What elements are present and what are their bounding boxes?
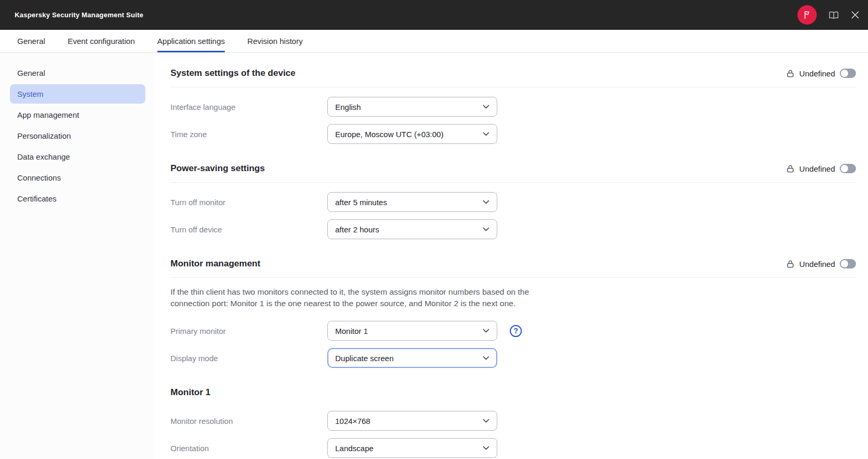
tab-revision-history[interactable]: Revision history — [247, 30, 303, 52]
section-power-saving: Power-saving settings Undefined Turn off… — [170, 162, 856, 239]
field-row: Turn off monitor after 5 minutes — [170, 192, 856, 212]
section-title: Monitor management — [170, 259, 260, 269]
field-row: Monitor resolution 1024×768 — [170, 411, 856, 431]
time-zone-dropdown[interactable]: Europe, Moscow UTC (+03:00) — [327, 124, 497, 144]
window-titlebar: Kaspersky Security Management Suite — [0, 0, 868, 30]
app-title: Kaspersky Security Management Suite — [15, 11, 143, 19]
section-monitor-management: Monitor management Undefined If the thin… — [170, 257, 856, 368]
field-label: Primary monitor — [170, 327, 327, 335]
dropdown-value: 1024×768 — [335, 417, 370, 426]
sidebar-item-system[interactable]: System — [10, 84, 145, 104]
chevron-down-icon — [483, 227, 489, 231]
section-system-settings: System settings of the device Undefined … — [170, 66, 856, 144]
titlebar-actions — [797, 5, 860, 25]
override-label: Undefined — [800, 164, 835, 173]
field-label: Time zone — [170, 130, 327, 139]
chevron-down-icon — [483, 105, 489, 109]
monitor-management-description: If the thin client has two monitors conn… — [170, 286, 536, 309]
chevron-down-icon — [483, 419, 489, 423]
undefined-toggle-system-settings[interactable] — [840, 69, 856, 78]
sidebar-item-certificates[interactable]: Certificates — [10, 189, 145, 208]
chevron-down-icon — [483, 356, 489, 360]
turn-off-monitor-dropdown[interactable]: after 5 minutes — [327, 192, 497, 212]
unlock-icon — [786, 164, 795, 173]
primary-monitor-dropdown[interactable]: Monitor 1 — [327, 321, 497, 341]
field-label: Turn off monitor — [170, 198, 327, 207]
settings-tabbar: General Event configuration Application … — [0, 30, 868, 53]
field-row: Primary monitor Monitor 1 ? — [170, 321, 856, 341]
dropdown-value: after 5 minutes — [335, 198, 387, 207]
close-button[interactable] — [851, 10, 860, 19]
field-label: Monitor resolution — [170, 417, 327, 426]
chevron-down-icon — [483, 446, 489, 450]
close-icon — [851, 10, 860, 19]
dropdown-value: Duplicate screen — [335, 354, 394, 363]
override-label: Undefined — [800, 260, 835, 268]
undefined-toggle-monitor-management[interactable] — [840, 259, 856, 268]
dropdown-value: English — [335, 103, 361, 111]
field-row: Display mode Duplicate screen — [170, 348, 856, 368]
sidebar-item-connections[interactable]: Connections — [10, 168, 145, 187]
override-label: Undefined — [800, 69, 835, 78]
unlock-icon — [786, 69, 795, 78]
field-label: Display mode — [170, 354, 327, 363]
sidebar-item-personalization[interactable]: Personalization — [10, 126, 145, 145]
orientation-dropdown[interactable]: Landscape — [327, 438, 497, 458]
unlock-icon — [786, 260, 795, 268]
enforcement-control: Undefined — [786, 164, 856, 173]
section-divider — [170, 87, 856, 87]
field-row: Orientation Landscape — [170, 438, 856, 458]
section-title: Monitor 1 — [170, 387, 211, 398]
sidebar-item-data-exchange[interactable]: Data exchange — [10, 147, 145, 166]
field-row: Turn off device after 2 hours — [170, 219, 856, 239]
dropdown-value: Monitor 1 — [335, 327, 368, 335]
section-title: Power-saving settings — [170, 163, 265, 174]
chevron-down-icon — [483, 329, 489, 333]
section-divider — [170, 277, 856, 278]
field-row: Interface language English — [170, 97, 856, 117]
help-icon: ? — [513, 327, 518, 334]
sidebar-item-general[interactable]: General — [10, 63, 145, 83]
tab-event-configuration[interactable]: Event configuration — [67, 30, 134, 52]
enforcement-control: Undefined — [786, 259, 856, 268]
section-divider — [170, 182, 856, 183]
field-label: Turn off device — [170, 225, 327, 234]
flag-icon — [802, 10, 812, 20]
turn-off-device-dropdown[interactable]: after 2 hours — [327, 219, 497, 239]
section-title: System settings of the device — [170, 68, 295, 79]
notifications-flag-button[interactable] — [797, 5, 817, 25]
settings-sidebar: General System App management Personaliz… — [0, 53, 155, 459]
book-icon — [828, 10, 839, 20]
chevron-down-icon — [483, 200, 489, 204]
settings-content: System settings of the device Undefined … — [155, 53, 868, 459]
tab-general[interactable]: General — [17, 30, 45, 52]
chevron-down-icon — [483, 132, 489, 136]
dropdown-value: after 2 hours — [335, 225, 379, 234]
enforcement-control: Undefined — [786, 69, 856, 78]
field-label: Orientation — [170, 444, 327, 453]
field-row: Time zone Europe, Moscow UTC (+03:00) — [170, 124, 856, 144]
tab-application-settings[interactable]: Application settings — [157, 30, 225, 52]
dropdown-value: Landscape — [335, 444, 373, 453]
field-label: Interface language — [170, 103, 327, 111]
undefined-toggle-power-saving[interactable] — [840, 164, 856, 173]
sidebar-item-app-management[interactable]: App management — [10, 105, 145, 125]
section-monitor-1: Monitor 1 Monitor resolution 1024×768 Or… — [170, 386, 856, 458]
help-manual-button[interactable] — [828, 10, 839, 20]
display-mode-dropdown[interactable]: Duplicate screen — [327, 348, 497, 368]
primary-monitor-help-button[interactable]: ? — [510, 325, 522, 337]
dropdown-value: Europe, Moscow UTC (+03:00) — [335, 130, 443, 139]
monitor-resolution-dropdown[interactable]: 1024×768 — [327, 411, 497, 431]
interface-language-dropdown[interactable]: English — [327, 97, 497, 117]
